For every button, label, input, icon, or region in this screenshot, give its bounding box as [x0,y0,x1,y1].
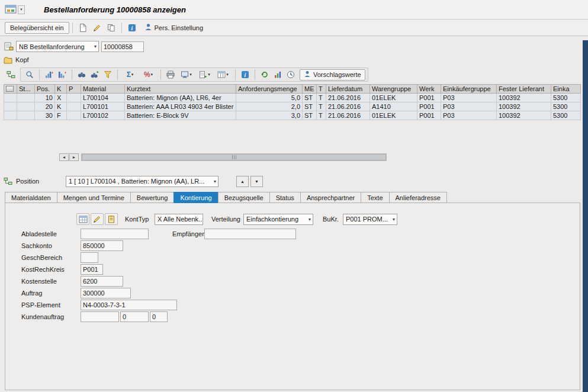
next-item-button[interactable]: ▼ [250,176,263,187]
column-header[interactable]: Fester Lieferant [497,85,551,94]
tab-anlieferadresse[interactable]: Anlieferadresse [389,192,447,203]
tab-texte[interactable]: Texte [361,192,388,203]
tab-ansprechpartner[interactable]: Ansprechpartner [300,192,361,203]
table-cell[interactable]: 21.06.2016 [326,94,370,102]
time-icon[interactable] [284,69,297,81]
table-cell[interactable] [4,111,17,120]
multiple-account-assignment-icon[interactable] [76,213,89,225]
column-header[interactable]: Material [81,85,125,94]
table-cell[interactable]: X [55,94,67,102]
table-cell[interactable]: 30 [35,111,55,120]
print-icon[interactable] [164,69,177,81]
table-cell[interactable]: P001 [417,94,441,102]
views-icon[interactable]: ▾ [177,69,195,81]
table-cell[interactable]: 10 [35,94,55,102]
sachkonto-field[interactable] [81,240,123,251]
table-cell[interactable]: Batterien: E-Block 9V [125,111,236,120]
table-cell[interactable]: 100392 [497,94,551,102]
previous-item-button[interactable]: ▲ [236,176,249,187]
tab-materialdaten[interactable]: Materialdaten [5,192,57,203]
column-header[interactable]: T [317,85,326,94]
kostrechkreis-field[interactable] [81,264,103,275]
create-document-icon[interactable] [76,21,90,34]
table-cell[interactable]: 100392 [497,102,551,111]
column-header[interactable]: Pos. [35,85,55,94]
table-cell[interactable]: T [317,111,326,120]
table-cell[interactable]: 01ELEK [370,94,417,102]
graphic-icon[interactable] [271,69,284,81]
find-next-icon[interactable] [88,69,101,81]
table-cell[interactable] [67,111,81,120]
column-header[interactable]: Werk [417,85,441,94]
table-cell[interactable]: F [55,111,67,120]
table-cell[interactable]: P03 [441,102,497,111]
table-cell[interactable]: Batterien: AAA LR03 4903 4er Blister [125,102,236,111]
table-cell[interactable]: Batterien: Mignon (AA), LR6, 4er [125,94,236,102]
verteilung-select[interactable]: Einfachkontierung ▾ [243,214,313,225]
table-cell[interactable]: P001 [417,102,441,111]
column-header[interactable]: Kurztext [125,85,236,94]
table-cell[interactable] [67,94,81,102]
table-cell[interactable] [17,111,35,120]
table-cell[interactable]: 5300 [551,94,581,102]
table-cell[interactable]: 5,0 [236,94,303,102]
requisition-number-field[interactable] [101,41,144,52]
kundenauftrag-position-field[interactable] [120,311,149,322]
kostenstelle-field[interactable] [81,276,123,287]
sort-ascending-icon[interactable] [43,69,56,81]
info-icon[interactable]: i [125,21,139,34]
scrollbar-thumb[interactable] [82,154,386,160]
find-icon[interactable] [75,69,88,81]
header-expand-icon[interactable] [4,56,12,64]
personal-settings-button[interactable]: Pers. Einstellung [139,22,209,34]
filter-icon[interactable] [101,69,114,81]
table-cell[interactable]: 5300 [551,111,581,120]
column-header[interactable]: ME [303,85,317,94]
grid-info-icon[interactable]: i [239,69,252,81]
table-cell[interactable]: 01ELEK [370,111,417,120]
table-cell[interactable]: ST [303,102,317,111]
document-type-select[interactable]: NB Bestellanforderung ▾ [16,41,99,52]
bukr-select[interactable]: P001 PROM... ▾ [343,214,397,225]
table-cell[interactable]: A1410 [370,102,417,111]
position-selector[interactable]: 1 [ 10 ] L700104 , Batterien: Mignon (AA… [66,176,219,187]
scroll-left-button[interactable]: ◄ [59,153,69,161]
column-header[interactable]: P [67,85,81,94]
export-icon[interactable]: ▾ [195,69,214,81]
table-cell[interactable] [17,102,35,111]
table-cell[interactable]: T [317,94,326,102]
column-header[interactable]: Einkäufergruppe [441,85,497,94]
column-header[interactable]: Einka [551,85,581,94]
table-cell[interactable]: 3,0 [236,111,303,120]
column-header[interactable]: Anforderungsmenge [236,85,303,94]
subtotal-icon[interactable]: % ▾ [139,69,158,81]
table-cell[interactable]: 5300 [551,102,581,111]
konttyp-select[interactable]: X Alle Nebenk... ▾ [155,214,203,225]
scrollbar-track[interactable] [81,153,387,161]
kundenauftrag-field[interactable] [81,311,119,322]
hierarchy-icon[interactable] [4,68,18,81]
table-cell[interactable] [17,94,35,102]
layout-icon[interactable]: ▾ [214,69,232,81]
table-cell[interactable]: 21.06.2016 [326,111,370,120]
table-row[interactable]: 30FL700102Batterien: E-Block 9V3,0STT21.… [4,111,581,120]
table-cell[interactable]: 21.06.2016 [326,102,370,111]
display-change-icon[interactable] [90,21,104,34]
vorschlagswerte-button[interactable]: Vorschlagswerte [300,69,365,81]
table-cell[interactable]: ST [303,94,317,102]
psp-element-field[interactable] [81,300,177,310]
auftrag-field[interactable] [81,288,131,298]
select-all-header[interactable] [4,85,17,94]
tab-bewertung[interactable]: Bewertung [130,192,174,203]
table-cell[interactable] [4,94,17,102]
table-cell[interactable]: T [317,102,326,111]
column-header[interactable]: Warengruppe [370,85,417,94]
table-cell[interactable]: ST [303,111,317,120]
tab-kontierung[interactable]: Kontierung [173,192,217,203]
tab-bezugsquelle[interactable]: Bezugsquelle [218,192,269,203]
table-row[interactable]: 10XL700104Batterien: Mignon (AA), LR6, 4… [4,94,581,102]
table-row[interactable]: 20KL700101Batterien: AAA LR03 4903 4er B… [4,102,581,111]
position-expand-icon[interactable] [4,177,12,185]
kundenauftrag-sub-field[interactable] [150,311,168,322]
column-header[interactable]: St... [17,85,35,94]
